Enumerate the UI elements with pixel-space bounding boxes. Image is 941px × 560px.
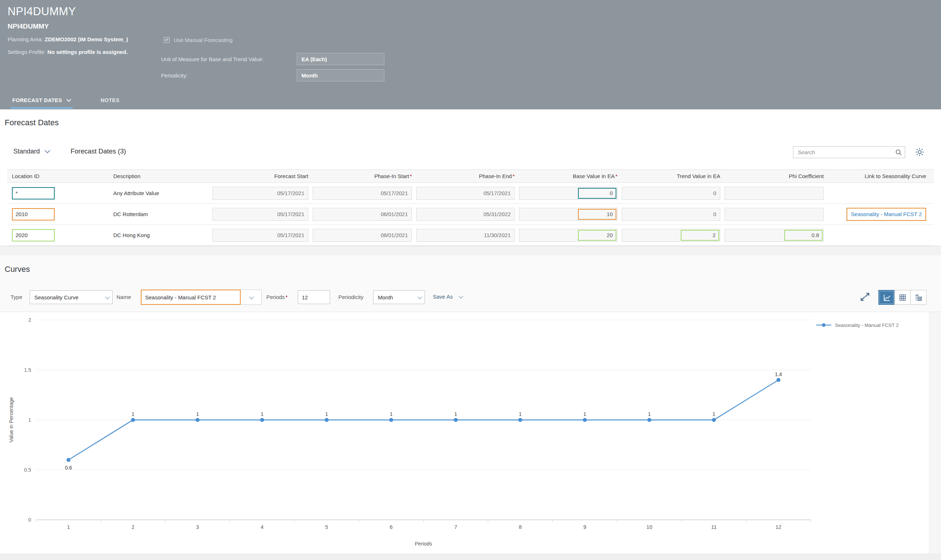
section-divider: [0, 246, 941, 255]
tab-notes[interactable]: NOTES: [101, 97, 120, 103]
table-row: *Any Attribute Value05/17/202105/17/2021…: [7, 183, 934, 204]
data-point[interactable]: [195, 418, 200, 422]
type-select[interactable]: Seasonality Curve: [30, 290, 112, 304]
table-toolbar: Standard Forecast Dates (3): [0, 143, 941, 162]
cell-link: [828, 183, 930, 203]
curve-name-combobox[interactable]: Seasonality - Manual FCST 2: [141, 289, 262, 305]
chart-view-button[interactable]: [878, 290, 895, 305]
data-point[interactable]: [776, 378, 780, 382]
x-axis-tick-label: 1: [67, 524, 70, 530]
y-axis-tick-label: 0.5: [24, 467, 31, 473]
base-value-input[interactable]: 0: [519, 187, 617, 200]
phase-in-start-input[interactable]: 06/01/2021: [313, 208, 412, 221]
trend-value-input[interactable]: 0: [622, 187, 720, 200]
data-point[interactable]: [66, 458, 71, 462]
horizontal-scrollbar[interactable]: [0, 554, 941, 560]
save-as-button[interactable]: Save As: [433, 294, 462, 300]
data-label: 1: [583, 411, 586, 417]
column-header-phase_in_end: Phase-In End*: [416, 173, 519, 179]
base-value-input[interactable]: 10: [519, 208, 617, 221]
tab-notes-label: NOTES: [101, 97, 120, 103]
periodicity-field[interactable]: Month: [297, 69, 384, 82]
data-label: 1: [132, 411, 135, 417]
use-manual-forecasting-checkbox[interactable]: Use Manual Forecasting: [164, 37, 233, 43]
highlighted-value: 10: [578, 209, 617, 220]
data-point[interactable]: [647, 418, 652, 422]
base-value-input[interactable]: 20: [519, 229, 617, 242]
uom-field[interactable]: EA (Each): [297, 53, 384, 65]
view-selector[interactable]: Standard: [13, 148, 50, 155]
save-as-label: Save As: [433, 294, 453, 300]
tab-forecast-dates-label: FORECAST DATES: [12, 97, 62, 103]
uom-field-row: Unit of Measure for Base and Trend Value…: [161, 53, 263, 65]
cell-base_value: 0: [519, 183, 622, 203]
column-header-phi: Phi Coefficient: [724, 173, 828, 179]
location-id-input[interactable]: *: [12, 187, 55, 200]
data-point[interactable]: [131, 418, 135, 422]
search-icon[interactable]: [892, 149, 905, 155]
location-id-input[interactable]: 2020: [12, 229, 55, 242]
cell-forecast_start: 05/17/2021: [212, 183, 313, 203]
phi-input[interactable]: [724, 208, 824, 221]
x-axis-tick-label: 5: [325, 524, 328, 530]
curve-periodicity-select[interactable]: Month: [373, 290, 425, 304]
tab-forecast-dates[interactable]: FORECAST DATES: [12, 97, 71, 103]
data-point[interactable]: [583, 418, 587, 422]
seasonality-curve-link[interactable]: Seasonality - Manual FCST 2: [851, 211, 922, 217]
chevron-down-icon: [459, 294, 464, 298]
location-id-input[interactable]: 2010: [12, 208, 55, 220]
seasonality-link-box: Seasonality - Manual FCST 2: [847, 208, 926, 221]
y-axis-tick-label: 0: [28, 517, 31, 523]
cell-phi: 0.8: [724, 225, 828, 245]
periods-value: 12: [302, 294, 308, 300]
chevron-down-icon[interactable]: [241, 290, 261, 305]
highlighted-value: 2: [681, 230, 719, 241]
planning-area-label: Planning Area:: [8, 36, 43, 42]
highlighted-value: 20: [578, 230, 617, 241]
chevron-down-icon: [66, 99, 71, 102]
table-settings-button[interactable]: [914, 147, 925, 158]
expand-chart-button[interactable]: [859, 291, 871, 303]
chevron-down-icon: [418, 294, 422, 299]
table-header-row: Location IDDescriptionForecast StartPhas…: [7, 169, 934, 183]
chart-view-switcher: [878, 290, 927, 305]
chart-and-table-view-button[interactable]: [910, 290, 927, 305]
y-axis-tick-label: 2: [28, 317, 31, 323]
required-marker: *: [410, 173, 412, 179]
data-point[interactable]: [712, 418, 716, 422]
data-point[interactable]: [389, 418, 393, 422]
forecast-start-input[interactable]: 05/17/2021: [212, 187, 308, 200]
table-view-button[interactable]: [894, 290, 910, 305]
data-point[interactable]: [518, 418, 522, 422]
chart-and-table-icon: [915, 294, 923, 302]
phase-in-start-input[interactable]: 05/17/2021: [313, 187, 412, 200]
required-marker: *: [615, 173, 617, 179]
data-point[interactable]: [260, 418, 264, 422]
data-point[interactable]: [324, 418, 329, 422]
table-body: *Any Attribute Value05/17/202105/17/2021…: [7, 183, 934, 246]
phase-in-end-input[interactable]: 11/30/2021: [416, 229, 515, 242]
phi-input[interactable]: [724, 187, 824, 200]
data-point[interactable]: [454, 418, 458, 422]
page-subtitle: NPI4DUMMY: [8, 22, 49, 31]
chevron-down-icon: [105, 294, 110, 299]
expand-arrows-icon: [860, 291, 870, 302]
phase-in-start-input[interactable]: 08/01/2021: [313, 229, 412, 242]
phase-in-end-input[interactable]: 05/17/2021: [416, 187, 515, 200]
forecast-start-input[interactable]: 05/17/2021: [212, 229, 308, 242]
periods-input[interactable]: 12: [298, 290, 330, 304]
cell-phase_in_start: 05/17/2021: [313, 183, 416, 203]
trend-value-input[interactable]: 0: [622, 208, 720, 221]
curve-controls: Type Seasonality Curve Name Seasonality …: [0, 289, 941, 306]
trend-value-input[interactable]: 2: [622, 229, 720, 242]
vertical-scrollbar[interactable]: [929, 312, 941, 554]
cell-description: Any Attribute Value: [109, 183, 212, 203]
search-input[interactable]: [793, 147, 892, 158]
seasonality-curve-chart: 00.511.521234567891011120.611111111111.4…: [0, 312, 941, 554]
data-label: 1: [261, 411, 263, 417]
phi-input[interactable]: 0.8: [724, 229, 824, 242]
column-header-trend_value: Trend Value in EA: [622, 173, 724, 179]
phase-in-end-input[interactable]: 05/31/2022: [416, 208, 515, 221]
forecast-start-input[interactable]: 05/17/2021: [212, 208, 308, 221]
data-label: 1: [196, 411, 199, 417]
